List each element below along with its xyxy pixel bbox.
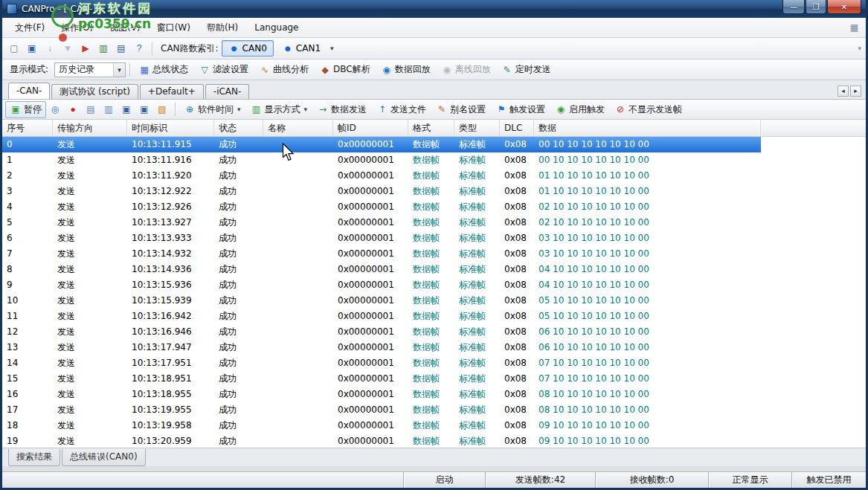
menu-item[interactable]: 视图(V)	[101, 19, 149, 36]
column-header[interactable]: 类型	[454, 120, 500, 136]
button-label: 发送文件	[390, 103, 426, 116]
view-toolbar-button[interactable]: ◉ 离线回放	[437, 61, 495, 78]
table-row[interactable]: 4 发送 10:13:12.926 成功 0x00000001 数据帧 标准帧 …	[2, 199, 761, 215]
toolbar-icon-button[interactable]: ▥	[100, 101, 118, 117]
toolbar-icon-button[interactable]: ▣	[135, 101, 153, 117]
view-toolbar-button[interactable]: ✎ 定时发送	[497, 61, 556, 78]
column-header[interactable]: 序号	[2, 120, 53, 136]
table-row[interactable]: 9 发送 10:13:15.936 成功 0x00000001 数据帧 标准帧 …	[2, 277, 761, 293]
tab-scroll-right-icon[interactable]: ▸	[850, 86, 861, 97]
cell-frame-id: 0x00000001	[333, 340, 408, 355]
table-row[interactable]: 12 发送 10:13:16.946 成功 0x00000001 数据帧 标准帧…	[2, 324, 761, 340]
can-channel-dropdown-button[interactable]: ▾	[327, 42, 337, 54]
frame-toolbar-button[interactable]: ⊘ 不显示发送帧	[610, 101, 687, 118]
pause-button[interactable]: ▣ 暂停	[5, 101, 46, 118]
view-toolbar-button[interactable]: ∿ 曲线分析	[254, 61, 313, 78]
maximize-button[interactable]: ❐	[806, 0, 826, 14]
table-row[interactable]: 5 发送 10:13:13.927 成功 0x00000001 数据帧 标准帧 …	[2, 215, 761, 231]
column-header[interactable]: 时间标识	[127, 120, 214, 136]
frame-toolbar-button[interactable]: ✎ 别名设置	[431, 101, 490, 118]
document-tab[interactable]: +Default+	[140, 84, 204, 99]
toolbar-icon-button[interactable]: ▣	[23, 40, 41, 57]
table-row[interactable]: 1 发送 10:13:11.916 成功 0x00000001 数据帧 标准帧 …	[2, 152, 761, 168]
table-row[interactable]: 16 发送 10:13:18.955 成功 0x00000001 数据帧 标准帧…	[2, 387, 761, 402]
cell-status: 成功	[214, 355, 263, 371]
column-header[interactable]: 状态	[214, 120, 263, 136]
table-row[interactable]: 7 发送 10:13:14.932 成功 0x00000001 数据帧 标准帧 …	[2, 246, 761, 262]
minimize-button[interactable]: —	[782, 0, 805, 14]
frame-toolbar-button[interactable]: → 数据发送	[312, 101, 371, 118]
cell-format: 数据帧	[408, 184, 454, 199]
toolbar-icon-button[interactable]: ▶	[77, 40, 94, 57]
menu-item[interactable]: 窗口(W)	[149, 19, 199, 36]
table-row[interactable]: 18 发送 10:13:19.958 成功 0x00000001 数据帧 标准帧…	[2, 418, 761, 433]
cell-timestamp: 10:13:15.936	[127, 277, 214, 293]
table-row[interactable]: 13 发送 10:13:17.947 成功 0x00000001 数据帧 标准帧…	[2, 340, 761, 355]
toolbar-icon-button[interactable]: ▤	[82, 101, 100, 117]
table-row[interactable]: 2 发送 10:13:11.920 成功 0x00000001 数据帧 标准帧 …	[2, 168, 761, 184]
table-row[interactable]: 17 发送 10:13:19.955 成功 0x00000001 数据帧 标准帧…	[2, 402, 761, 418]
toolbar-icon-button[interactable]: ▼	[59, 40, 77, 57]
cell-status: 成功	[214, 371, 263, 387]
frame-toolbar-button[interactable]: ⚑ 触发设置	[491, 101, 550, 118]
can-channel-button[interactable]: ● CAN1	[275, 40, 327, 57]
document-tab[interactable]: 测试协议 (script)	[51, 84, 138, 99]
can-channel-button[interactable]: ● CAN0	[222, 40, 274, 57]
window-title: CANPro - [-CAN-]	[22, 4, 96, 14]
frame-toolbar-button[interactable]: ▥ 显示方式	[246, 101, 312, 118]
table-row[interactable]: 8 发送 10:13:14.936 成功 0x00000001 数据帧 标准帧 …	[2, 262, 761, 277]
table-row[interactable]: 3 发送 10:13:12.922 成功 0x00000001 数据帧 标准帧 …	[2, 184, 761, 199]
toolbar-icon-button[interactable]: ▣	[118, 101, 135, 117]
table-row[interactable]: 6 发送 10:13:13.933 成功 0x00000001 数据帧 标准帧 …	[2, 231, 761, 246]
toolbar-icon-button[interactable]: ↓	[41, 40, 59, 57]
toolbar-icon-button[interactable]: ▥	[94, 40, 112, 57]
toolbar-icon-button[interactable]: ▢	[5, 40, 23, 57]
chevron-down-icon[interactable]: ▾	[113, 63, 125, 77]
close-button[interactable]: ✕	[827, 0, 861, 14]
column-header[interactable]: 传输方向	[53, 120, 127, 136]
frame-toolbar-button[interactable]: ◉ 启用触发	[550, 101, 609, 118]
bottom-tab[interactable]: 总线错误(CAN0)	[62, 449, 146, 466]
menu-item[interactable]: Language	[246, 20, 306, 35]
title-bar[interactable]: CANPro - [-CAN-] — ❐ ✕	[2, 0, 866, 18]
view-toolbar-button[interactable]: ▦ 总线状态	[134, 61, 193, 78]
frame-toolbar-button[interactable]: ⊕ 软件时间	[179, 101, 245, 118]
toolbar-icon-button[interactable]: ◎	[46, 101, 64, 117]
cell-type: 标准帧	[454, 215, 500, 231]
column-header[interactable]: 名称	[263, 120, 333, 136]
cell-format: 数据帧	[408, 262, 454, 277]
table-row[interactable]: 10 发送 10:13:15.939 成功 0x00000001 数据帧 标准帧…	[2, 293, 761, 309]
cell-direction: 发送	[53, 418, 127, 433]
column-header[interactable]: 格式	[408, 120, 454, 136]
toolbar-icon-button[interactable]: ?	[130, 40, 148, 57]
view-toolbar-button[interactable]: ▽ 滤波设置	[194, 61, 253, 78]
menu-item[interactable]: 帮助(H)	[199, 19, 246, 36]
column-header[interactable]: 帧ID	[333, 120, 408, 136]
display-mode-select[interactable]: 历史记录 ▾	[54, 62, 126, 77]
menu-item[interactable]: 操作(O)	[53, 19, 101, 36]
toolbar-overflow-button[interactable]: ▾	[858, 45, 863, 52]
table-row[interactable]: 0 发送 10:13:11.915 成功 0x00000001 数据帧 标准帧 …	[2, 137, 761, 152]
view-toolbar-button[interactable]: ◆ DBC解析	[315, 61, 375, 78]
mdi-window-icon[interactable]: ▦	[847, 22, 861, 33]
table-row[interactable]: 19 发送 10:13:20.959 成功 0x00000001 数据帧 标准帧…	[2, 433, 761, 448]
table-row[interactable]: 11 发送 10:13:16.942 成功 0x00000001 数据帧 标准帧…	[2, 309, 761, 324]
cell-type: 标准帧	[454, 293, 500, 309]
cell-format: 数据帧	[408, 137, 454, 152]
column-header[interactable]: 数据	[534, 120, 761, 136]
tab-scroll-left-icon[interactable]: ◂	[838, 86, 849, 97]
column-header[interactable]: DLC	[500, 120, 534, 136]
cell-data: 09 10 10 10 10 10 10 00	[534, 418, 761, 433]
toolbar-icon-button[interactable]: ▧	[153, 101, 171, 117]
table-body[interactable]: 0 发送 10:13:11.915 成功 0x00000001 数据帧 标准帧 …	[2, 137, 866, 448]
table-row[interactable]: 14 发送 10:13:17.951 成功 0x00000001 数据帧 标准帧…	[2, 355, 761, 371]
toolbar-icon-button[interactable]: ●	[64, 101, 82, 117]
table-row[interactable]: 15 发送 10:13:18.951 成功 0x00000001 数据帧 标准帧…	[2, 371, 761, 387]
view-toolbar-button[interactable]: ◉ 数据回放	[376, 61, 435, 78]
document-tab[interactable]: -CAN-	[8, 83, 50, 99]
frame-toolbar-button[interactable]: ↑ 发送文件	[372, 101, 431, 118]
document-tab[interactable]: -iCAN-	[205, 84, 250, 99]
toolbar-icon-button[interactable]: ▤	[112, 40, 130, 57]
menu-item[interactable]: 文件(F)	[7, 19, 53, 36]
bottom-tab[interactable]: 搜索结果	[8, 449, 60, 466]
